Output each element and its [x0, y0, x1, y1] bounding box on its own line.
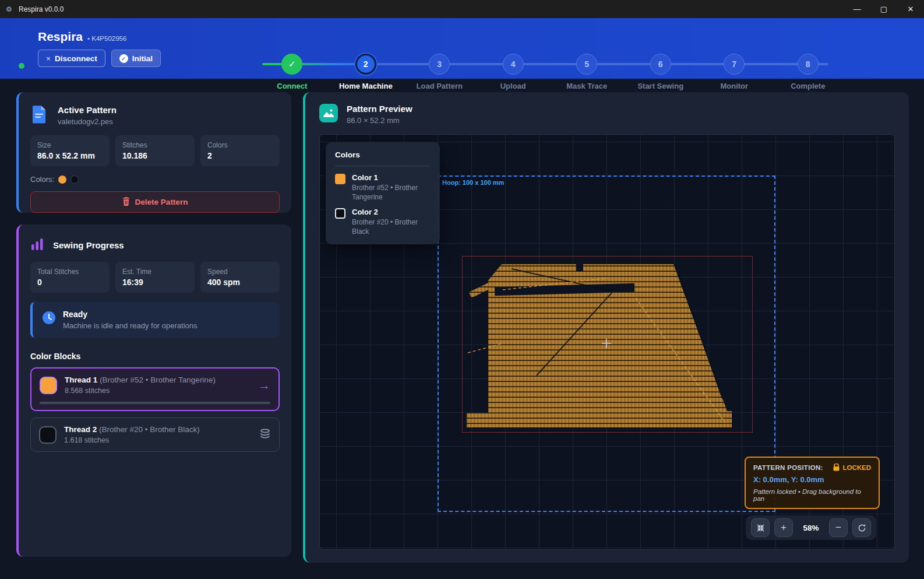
pattern-coords: X: 0.0mm, Y: 0.0mm	[753, 475, 871, 484]
pattern-filename: valetudogv2.pes	[58, 117, 117, 126]
zoom-out-button[interactable]: −	[829, 518, 848, 537]
thread-1-stitches: 8.568 stitches	[65, 387, 216, 395]
active-pattern-card: Active Pattern valetudogv2.pes Size 86.0…	[16, 92, 291, 213]
pan-hint: Pattern locked • Drag background to pan	[753, 488, 871, 502]
thread-2-block[interactable]: Thread 2 (Brother #20 • Brother Black) 1…	[30, 417, 280, 452]
delete-pattern-button[interactable]: Delete Pattern	[30, 191, 280, 213]
step-number: 6	[650, 54, 671, 75]
step-number: 5	[576, 54, 597, 75]
machine-serial: • K4P502956	[87, 35, 126, 42]
step-number: 7	[724, 54, 745, 75]
zoom-in-button[interactable]: +	[774, 518, 793, 537]
stat-total-stitches: Total Stitches 0	[30, 262, 110, 293]
trash-icon	[122, 197, 130, 208]
step-check-icon: ✓	[281, 54, 302, 75]
check-circle-icon: ✓	[119, 54, 128, 63]
thread-1-progress-bar	[40, 402, 270, 404]
disconnect-button[interactable]: × Disconnect	[38, 50, 105, 67]
close-icon: ×	[46, 54, 51, 63]
step-number: 2	[355, 54, 376, 75]
step-home-machine[interactable]: 2 Home Machine	[329, 46, 403, 93]
thread-1-swatch	[40, 377, 57, 394]
step-monitor[interactable]: 7 Monitor	[697, 46, 771, 93]
status-title: Ready	[63, 310, 198, 319]
thread-2-stitches: 1.618 stitches	[64, 436, 200, 444]
connection-status-dot	[19, 63, 24, 69]
thread-2-swatch	[39, 426, 57, 444]
image-icon	[319, 104, 339, 124]
legend-color-2: Color 2 Brother #20 • Brother Black	[335, 208, 431, 236]
initial-button[interactable]: ✓ Initial	[111, 50, 161, 67]
maximize-button[interactable]: ▢	[870, 0, 897, 18]
sewing-progress-card: Sewing Progress Total Stitches 0 Est. Ti…	[16, 224, 291, 557]
machine-status: Ready Machine is idle and ready for oper…	[30, 302, 280, 338]
color-swatch-orange	[58, 176, 66, 184]
file-document-icon	[30, 105, 50, 125]
legend-divider	[335, 166, 431, 166]
reset-view-button[interactable]	[852, 518, 871, 537]
refresh-icon	[858, 524, 866, 532]
status-text: Machine is idle and ready for operations	[63, 321, 198, 330]
card-title: Pattern Preview	[347, 104, 412, 114]
pattern-dimensions: 86.0 × 52.2 mm	[347, 116, 412, 125]
app-icon: ⚙	[6, 5, 14, 13]
stat-size: Size 86.0 x 52.2 mm	[30, 135, 110, 166]
stat-stitches: Stitches 10.186	[115, 135, 195, 166]
step-number: 8	[798, 54, 819, 75]
brand-block: Respira • K4P502956 × Disconnect ✓ Initi…	[38, 30, 161, 67]
workflow-stepper: ✓ Connect 2 Home Machine 3 Load Pattern …	[255, 46, 845, 93]
pattern-position-overlay: PATTERN POSITION: LOCKED X: 0.0mm, Y: 0.…	[745, 457, 880, 509]
step-complete[interactable]: 8 Complete	[771, 46, 845, 93]
fit-to-screen-button[interactable]	[751, 518, 770, 537]
zoom-level: 58%	[798, 524, 824, 532]
step-connect[interactable]: ✓ Connect	[255, 46, 329, 93]
legend-swatch-orange	[335, 174, 345, 184]
zoom-toolbar: + 58% −	[746, 515, 876, 540]
card-title: Sewing Progress	[53, 240, 124, 250]
close-button[interactable]: ✕	[897, 0, 924, 18]
arrow-right-icon: →	[258, 378, 270, 392]
legend-color-1: Color 1 Brother #52 • Brother Tangerine	[335, 173, 431, 202]
step-number: 3	[429, 54, 450, 75]
thread-1-block[interactable]: Thread 1 (Brother #52 • Brother Tangerin…	[30, 367, 280, 411]
legend-swatch-black	[335, 208, 345, 219]
hoop-label: Hoop: 100 x 100 mm	[442, 179, 504, 186]
stat-speed: Speed 400 spm	[200, 262, 280, 293]
step-mask-trace[interactable]: 5 Mask Trace	[550, 46, 624, 93]
locked-badge: LOCKED	[833, 464, 871, 471]
hoop-center-cross	[601, 338, 612, 351]
app-name: Respira	[38, 30, 83, 44]
step-upload[interactable]: 4 Upload	[477, 46, 551, 93]
compress-icon	[756, 524, 765, 532]
pattern-preview-card: Pattern Preview 86.0 × 52.2 mm Hoop: 100…	[303, 92, 909, 563]
stat-colors: Colors 2	[200, 135, 280, 166]
color-blocks-title: Color Blocks	[30, 352, 280, 361]
step-number: 4	[503, 54, 524, 75]
window-titlebar: ⚙ Respira v0.0.0 — ▢ ✕	[0, 0, 924, 18]
minimize-button[interactable]: —	[844, 0, 870, 18]
window-title: Respira v0.0.0	[19, 5, 64, 13]
lock-icon	[833, 464, 840, 471]
colors-legend: Colors Color 1 Brother #52 • Brother Tan…	[326, 142, 440, 244]
step-load-pattern[interactable]: 3 Load Pattern	[403, 46, 477, 93]
layers-stack-icon	[259, 429, 271, 441]
clock-icon	[42, 311, 56, 325]
preview-canvas[interactable]: Hoop: 100 x 100 mm	[319, 134, 895, 550]
bar-chart-icon	[30, 237, 45, 252]
colors-label: Colors:	[30, 175, 54, 184]
stat-est-time: Est. Time 16:39	[115, 262, 195, 293]
app-header: Respira • K4P502956 × Disconnect ✓ Initi…	[0, 18, 924, 79]
color-swatch-black	[70, 176, 79, 184]
step-start-sewing[interactable]: 6 Start Sewing	[624, 46, 698, 93]
card-title: Active Pattern	[58, 105, 117, 115]
